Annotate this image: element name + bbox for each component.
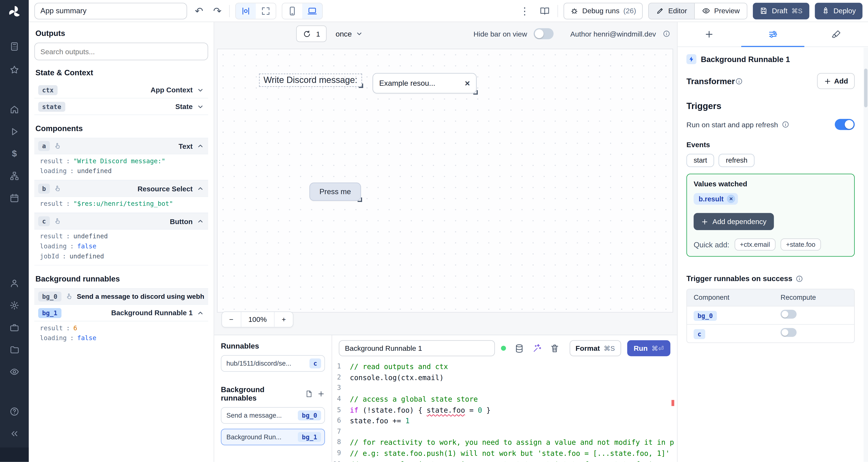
output-row-component-c[interactable]: c Button	[34, 213, 208, 230]
app-canvas[interactable]: Write Discord message: Example resou... …	[217, 48, 673, 312]
chevron-up-icon[interactable]	[196, 142, 204, 150]
quick-add-ctx-email[interactable]: +ctx.email	[734, 238, 776, 251]
rail-item-schedules[interactable]	[6, 190, 23, 206]
info-icon[interactable]	[663, 30, 671, 38]
tab-css[interactable]	[805, 22, 868, 46]
preview-tab[interactable]: Preview	[694, 3, 747, 19]
undo-button[interactable]: ↶	[193, 5, 206, 17]
run-button[interactable]: Run ⌘⏎	[627, 340, 671, 356]
book-icon	[540, 6, 550, 16]
rail-footer	[0, 448, 29, 462]
zoom-in-button[interactable]: +	[274, 312, 293, 327]
deploy-button[interactable]: Deploy	[814, 2, 862, 19]
rail-item-folders[interactable]	[6, 341, 23, 358]
rail-item-users[interactable]	[6, 275, 23, 292]
refresh-count-button[interactable]: 1	[296, 26, 327, 42]
pointer-icon	[54, 142, 61, 150]
info-icon[interactable]	[796, 275, 804, 283]
quick-add-state-foo[interactable]: +state.foo	[780, 238, 821, 251]
editor-tab[interactable]: Editor	[649, 3, 694, 19]
output-row-component-a[interactable]: a Text	[34, 138, 208, 155]
component-b-type: Resource Select	[137, 185, 192, 193]
format-button[interactable]: Format ⌘S	[569, 340, 621, 356]
hide-bar-toggle[interactable]	[534, 28, 554, 39]
chevron-down-icon[interactable]	[196, 86, 204, 94]
runnable-item-bg1[interactable]: Background Run... bg_1	[221, 429, 325, 446]
scrollbar-thumb[interactable]	[864, 69, 868, 107]
cache-button[interactable]	[514, 343, 524, 353]
more-menu-button[interactable]: ⋮	[517, 5, 532, 17]
desktop-view-button[interactable]	[302, 3, 322, 19]
add-dependency-button[interactable]: Add dependency	[693, 213, 774, 230]
button-component[interactable]: Press me	[309, 183, 361, 201]
center-layout-button[interactable]	[236, 3, 256, 19]
mobile-view-button[interactable]	[282, 3, 302, 19]
refresh-frequency-dropdown[interactable]: once	[336, 30, 363, 38]
recompute-toggle-bg0[interactable]	[781, 310, 797, 319]
debug-runs-button[interactable]: Debug runs (26)	[563, 2, 643, 19]
rail-item-apps[interactable]	[6, 38, 23, 55]
bg-runnables-actions	[305, 390, 325, 398]
column-component: Component	[687, 289, 774, 306]
resize-handle[interactable]	[358, 198, 362, 202]
pencil-icon	[656, 7, 664, 15]
delete-runnable-button[interactable]	[550, 343, 560, 353]
rail-item-variables[interactable]: $	[6, 145, 23, 162]
editor-preview-group: Editor Preview	[648, 2, 748, 19]
zoom-out-button[interactable]: −	[222, 312, 241, 327]
info-icon[interactable]	[735, 77, 743, 85]
resize-handle[interactable]	[473, 90, 478, 95]
remove-dependency-icon[interactable]: ×	[727, 195, 735, 203]
chevron-up-icon[interactable]	[196, 185, 204, 193]
chevron-down-icon[interactable]	[196, 103, 204, 110]
rail-item-home[interactable]	[6, 101, 23, 118]
rail-item-workers[interactable]	[6, 319, 23, 336]
recompute-toggle-c[interactable]	[781, 328, 797, 337]
docs-button[interactable]	[537, 5, 552, 17]
phone-icon	[287, 6, 298, 16]
run-on-start-toggle[interactable]	[835, 119, 855, 130]
output-row-ctx[interactable]: ctx App Context	[34, 82, 208, 99]
draft-button[interactable]: Draft ⌘S	[753, 2, 809, 19]
app-title-input[interactable]	[34, 2, 187, 19]
ctx-label: App Context	[151, 86, 193, 94]
output-row-bg0[interactable]: bg_0 Send a message to discord using web…	[34, 288, 208, 305]
resize-handle[interactable]	[359, 84, 363, 88]
add-background-runnable-button[interactable]	[317, 390, 325, 398]
output-value: undefined	[73, 232, 108, 240]
scrollbar-track[interactable]	[864, 47, 868, 462]
bg-runnables-header: Background runnables	[221, 386, 300, 402]
runnable-item-bg0[interactable]: Send a message... bg_0	[221, 407, 325, 424]
windmill-logo[interactable]	[7, 4, 22, 19]
bg1-outputs: result:6 loading:false	[34, 322, 208, 347]
code-text: state.foo +=	[350, 416, 405, 426]
code-line: 6state.foo += 1	[332, 416, 677, 426]
runnable-name-input[interactable]	[339, 340, 495, 356]
rail-item-favorites[interactable]	[6, 61, 23, 78]
rail-item-resources[interactable]	[6, 168, 23, 184]
resource-select-component[interactable]: Example resou... ×	[373, 73, 476, 94]
rail-item-runs[interactable]	[6, 123, 23, 140]
output-row-state[interactable]: state State	[34, 98, 208, 115]
redo-button[interactable]: ↷	[211, 5, 224, 17]
code-area[interactable]: 1// read outputs and ctx 2console.log(ct…	[332, 360, 677, 462]
hub-script-button[interactable]	[305, 390, 313, 398]
ai-assistant-button[interactable]	[532, 343, 542, 353]
output-row-component-b[interactable]: b Resource Select	[34, 180, 208, 197]
runnable-item-hub[interactable]: hub/1511/discord/se... c	[221, 355, 325, 372]
chevron-up-icon[interactable]	[196, 218, 204, 225]
rail-item-settings[interactable]	[6, 297, 23, 314]
text-component[interactable]: Write Discord message:	[259, 74, 361, 86]
info-icon[interactable]	[781, 121, 789, 129]
rail-collapse-button[interactable]	[6, 425, 23, 442]
tab-insert[interactable]	[678, 22, 741, 46]
fullscreen-layout-button[interactable]	[256, 3, 276, 19]
chevron-up-icon[interactable]	[196, 309, 204, 317]
add-transformer-button[interactable]: Add	[817, 73, 855, 89]
rail-item-audit-logs[interactable]	[6, 364, 23, 380]
tab-settings[interactable]	[741, 22, 805, 46]
rail-item-help[interactable]	[6, 403, 23, 420]
output-row-bg1[interactable]: bg_1 Background Runnable 1	[34, 305, 208, 322]
search-outputs-input[interactable]	[34, 42, 208, 60]
clear-selection-icon[interactable]: ×	[465, 79, 470, 88]
